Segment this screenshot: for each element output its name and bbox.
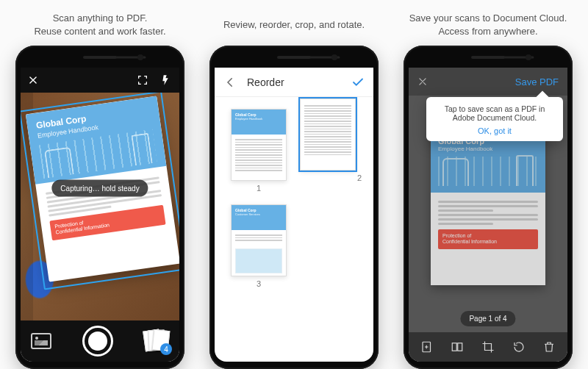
flash-auto-icon[interactable] (160, 74, 172, 86)
back-arrow-icon[interactable] (223, 76, 237, 89)
shutter-button[interactable] (82, 326, 113, 357)
thumb-number: 1 (257, 184, 261, 193)
doc-callout: Protection of Confidential Information (49, 205, 165, 240)
close-icon[interactable] (417, 76, 428, 87)
reorder-top-bar: Reorder (215, 68, 373, 97)
column-1: Scan anything to PDF. Reuse content and … (8, 10, 192, 369)
svg-rect-2 (458, 343, 462, 351)
confirm-check-icon[interactable] (351, 76, 365, 89)
phone-screen-2: Reorder Global CorpEmployee Handbook 1 (215, 68, 373, 362)
delete-icon[interactable] (538, 336, 560, 358)
caption-1: Scan anything to PDF. Reuse content and … (34, 10, 165, 40)
popover-text: Tap to save scan as a PDF in Adobe Docum… (435, 104, 554, 122)
popover-ok-button[interactable]: OK, got it (435, 126, 554, 135)
reorder-grid: Global CorpEmployee Handbook 1 2 Global … (215, 97, 373, 300)
doc-illustration (438, 157, 538, 186)
phone-screen-1: Global Corp Employee Handbook Protection… (21, 68, 179, 362)
crop-icon[interactable] (477, 336, 499, 358)
document-preview[interactable]: Global Corp Employee Handbook Protection… (431, 131, 545, 285)
focus-frame-icon[interactable] (137, 74, 148, 86)
edit-toolbar (409, 332, 567, 362)
column-3: Save your scans to Document Cloud. Acces… (396, 10, 580, 369)
camera-viewport: Global Corp Employee Handbook Protection… (21, 93, 179, 320)
reorder-icon[interactable] (446, 336, 468, 358)
doc-subtitle: Employee Handbook (438, 146, 538, 152)
phone-frame-3: Save PDF Tap to save scan as a PDF in Ad… (404, 46, 573, 369)
page-thumb-dragging[interactable]: 2 (300, 98, 356, 182)
svg-rect-1 (453, 343, 457, 351)
phone-frame-2: Reorder Global CorpEmployee Handbook 1 (209, 46, 379, 369)
page-thumb-1[interactable]: Global CorpEmployee Handbook 1 (231, 109, 287, 193)
thumb-number: 2 (357, 173, 362, 182)
phone-frame-1: Global Corp Employee Handbook Protection… (15, 46, 184, 369)
capture-toast: Capturing… hold steady (51, 180, 148, 197)
caption-3: Save your scans to Document Cloud. Acces… (409, 10, 567, 40)
camera-top-right (137, 74, 172, 86)
doc-callout: Protection of Confidential Information (438, 229, 538, 249)
caption-2: Review, reorder, crop, and rotate. (223, 10, 365, 40)
reorder-title: Reorder (247, 76, 284, 88)
thumb-illustration (235, 248, 282, 273)
phone-screen-3: Save PDF Tap to save scan as a PDF in Ad… (409, 68, 567, 362)
camera-top-bar (21, 68, 179, 93)
close-icon[interactable] (28, 75, 38, 85)
save-pdf-button[interactable]: Save PDF (515, 76, 559, 87)
thumb-number: 3 (257, 279, 261, 288)
save-popover: Tap to save scan as a PDF in Adobe Docum… (426, 97, 563, 141)
column-2: Review, reorder, crop, and rotate. Reord… (202, 10, 386, 369)
add-page-icon[interactable] (416, 336, 438, 358)
gallery-icon[interactable] (31, 333, 51, 349)
rotate-icon[interactable] (508, 336, 530, 358)
showcase-row: Scan anything to PDF. Reuse content and … (0, 0, 588, 369)
page-thumb-3[interactable]: Global CorpCustomer Services 3 (231, 204, 287, 288)
camera-bottom-bar: 4 (21, 320, 179, 362)
page-count-badge: 4 (160, 343, 172, 355)
page-stack-button[interactable]: 4 (144, 330, 169, 352)
page-indicator: Page 1 of 4 (460, 311, 515, 326)
